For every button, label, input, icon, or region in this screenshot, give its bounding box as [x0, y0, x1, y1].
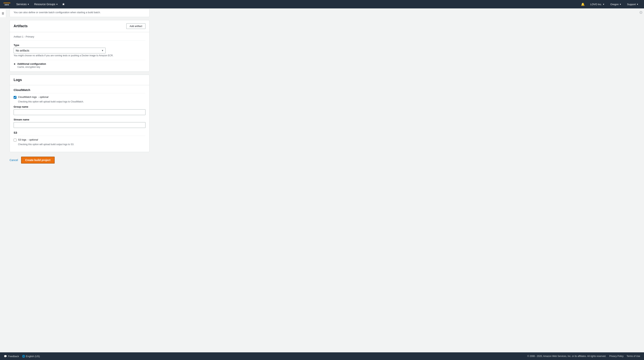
stream-name-group: Stream name: [14, 118, 146, 128]
artifacts-body: Artifact 1 - Primary Type No artifacts A…: [10, 32, 149, 71]
notifications-icon[interactable]: 🔔: [579, 2, 587, 6]
aws-logo[interactable]: aws: [3, 2, 11, 6]
resource-groups-label: Resource Groups: [34, 3, 56, 6]
artifacts-title: Artifacts: [14, 24, 28, 28]
region-caret-icon: ▼: [620, 3, 622, 5]
resource-groups-caret-icon: ▼: [56, 3, 58, 5]
cloudwatch-title: CloudWatch: [14, 88, 146, 93]
region-label: Oregon: [610, 3, 618, 6]
s3-optional-text: optional: [29, 138, 38, 141]
stream-name-label: Stream name: [14, 118, 146, 121]
additional-config-caret-icon: ►: [14, 62, 16, 65]
batch-config-notice: You can also define or override batch co…: [10, 8, 150, 17]
artifacts-header: Artifacts Add artifact: [10, 20, 149, 32]
logs-header: Logs: [10, 75, 149, 85]
additional-config-sub-label: Cache, encryption key: [18, 66, 146, 68]
stream-name-input[interactable]: [14, 122, 146, 128]
additional-config-toggle[interactable]: ► Additional configuration: [14, 62, 146, 65]
create-build-project-button[interactable]: Create build project: [21, 157, 55, 164]
artifact-primary-label: Artifact 1 - Primary: [14, 35, 146, 40]
region-nav-item[interactable]: Oregon ▼: [608, 0, 624, 8]
cloudwatch-logs-checkbox[interactable]: [14, 96, 16, 99]
additional-config-label: Additional configuration: [17, 62, 46, 65]
s3-subsection: S3 S3 logs - optional Checking this opti…: [14, 131, 146, 146]
resource-groups-nav-item[interactable]: Resource Groups ▼: [32, 0, 60, 8]
cloudwatch-label-text: CloudWatch logs: [18, 95, 37, 98]
artifacts-section: Artifacts Add artifact Artifact 1 - Prim…: [10, 20, 150, 72]
artifact-type-select[interactable]: No artifacts Amazon S3 No artifacts: [14, 48, 106, 53]
info-icon[interactable]: ⓘ: [638, 9, 644, 16]
nav-right-section: 🔔 LOVO Inc. ▼ Oregon ▼ Support ▼: [579, 0, 641, 8]
account-caret-icon: ▼: [602, 3, 604, 5]
favorites-icon[interactable]: ★: [60, 2, 66, 6]
s3-hint-text: Checking this option will upload build o…: [18, 143, 146, 146]
cloudwatch-subsection: CloudWatch CloudWatch logs - optional Ch…: [14, 88, 146, 128]
account-nav-item[interactable]: LOVO Inc. ▼: [588, 0, 607, 8]
cloudwatch-checkbox-group: CloudWatch logs - optional: [14, 95, 146, 99]
logs-title: Logs: [14, 78, 22, 82]
top-navigation: aws Services ▼ Resource Groups ▼ ★ 🔔 LOV…: [0, 0, 644, 8]
s3-label-text: S3 logs: [18, 138, 26, 141]
additional-config-section: ► Additional configuration Cache, encryp…: [14, 60, 146, 68]
sidebar-toggle-button[interactable]: ☰: [0, 9, 6, 17]
batch-notice-text: You can also define or override batch co…: [14, 11, 100, 14]
logs-section: Logs CloudWatch CloudWatch logs - option…: [10, 75, 150, 152]
cloudwatch-checkbox-label[interactable]: CloudWatch logs - optional: [18, 95, 48, 98]
group-name-label: Group name: [14, 105, 146, 108]
artifact-type-label: Type: [14, 44, 146, 46]
s3-checkbox-group: S3 logs - optional: [14, 138, 146, 141]
artifact-type-group: Type No artifacts Amazon S3 No artifacts…: [14, 44, 146, 57]
hamburger-icon: ☰: [2, 12, 4, 15]
group-name-group: Group name: [14, 105, 146, 115]
cancel-button[interactable]: Cancel: [10, 157, 18, 163]
artifact-type-hint: You might choose no artifacts if you are…: [14, 54, 146, 57]
s3-logs-checkbox[interactable]: [14, 139, 16, 141]
group-name-input[interactable]: [14, 109, 146, 115]
services-nav-item[interactable]: Services ▼: [14, 0, 32, 8]
account-label: LOVO Inc.: [590, 3, 602, 6]
cloudwatch-optional-text: optional: [40, 95, 48, 98]
services-caret-icon: ▼: [28, 3, 29, 5]
cloudwatch-hint-text: Checking this option will upload build o…: [18, 100, 146, 103]
action-bar: Cancel Create build project: [10, 157, 150, 171]
artifact-type-select-wrapper: No artifacts Amazon S3 No artifacts ▼: [14, 48, 106, 53]
main-content: You can also define or override batch co…: [0, 8, 157, 190]
services-label: Services: [16, 3, 27, 6]
s3-title: S3: [14, 131, 146, 136]
s3-checkbox-label[interactable]: S3 logs - optional: [18, 138, 38, 141]
add-artifact-button[interactable]: Add artifact: [126, 23, 146, 29]
support-nav-item[interactable]: Support ▼: [625, 0, 641, 8]
logs-body: CloudWatch CloudWatch logs - optional Ch…: [10, 85, 149, 152]
support-caret-icon: ▼: [636, 3, 638, 5]
support-label: Support: [627, 3, 636, 6]
